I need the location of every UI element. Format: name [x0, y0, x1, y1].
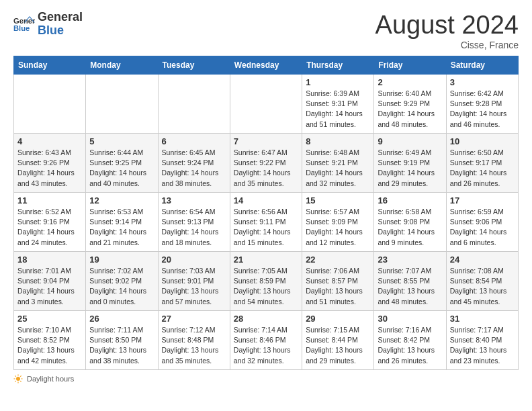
calendar-cell: 18Sunrise: 7:01 AM Sunset: 9:04 PM Dayli… [14, 252, 86, 311]
day-number: 5 [89, 136, 154, 146]
day-info: Sunrise: 7:11 AM Sunset: 8:50 PM Dayligh… [89, 325, 154, 366]
svg-line-11 [15, 381, 15, 381]
calendar-cell: 4Sunrise: 6:43 AM Sunset: 9:26 PM Daylig… [14, 134, 86, 193]
day-number: 19 [89, 255, 154, 265]
day-number: 6 [162, 136, 226, 146]
calendar-cell: 15Sunrise: 6:57 AM Sunset: 9:09 PM Dayli… [302, 193, 374, 252]
calendar-header-sunday: Sunday [14, 56, 86, 75]
day-info: Sunrise: 7:03 AM Sunset: 9:01 PM Dayligh… [162, 266, 226, 307]
day-number: 10 [450, 136, 515, 146]
day-info: Sunrise: 6:57 AM Sunset: 9:09 PM Dayligh… [306, 207, 370, 248]
day-info: Sunrise: 7:07 AM Sunset: 8:55 PM Dayligh… [378, 266, 442, 307]
day-info: Sunrise: 6:50 AM Sunset: 9:17 PM Dayligh… [450, 148, 515, 189]
day-info: Sunrise: 6:47 AM Sunset: 9:22 PM Dayligh… [234, 148, 298, 189]
day-info: Sunrise: 7:17 AM Sunset: 8:40 PM Dayligh… [450, 325, 515, 366]
day-number: 25 [17, 314, 82, 324]
calendar-cell: 29Sunrise: 7:15 AM Sunset: 8:44 PM Dayli… [302, 311, 374, 370]
day-info: Sunrise: 6:54 AM Sunset: 9:13 PM Dayligh… [162, 207, 226, 248]
calendar-cell: 31Sunrise: 7:17 AM Sunset: 8:40 PM Dayli… [446, 311, 518, 370]
logo-blue-text: Blue [38, 24, 83, 38]
calendar-header-saturday: Saturday [446, 56, 518, 75]
day-number: 30 [378, 314, 442, 324]
location-subtitle: Cisse, France [375, 40, 519, 50]
day-number: 28 [234, 314, 298, 324]
day-number: 4 [17, 136, 82, 146]
calendar-cell: 14Sunrise: 6:56 AM Sunset: 9:11 PM Dayli… [230, 193, 302, 252]
footer-note: Daylight hours [13, 374, 519, 383]
day-number: 3 [450, 77, 515, 87]
calendar-header-wednesday: Wednesday [230, 56, 302, 75]
day-info: Sunrise: 6:44 AM Sunset: 9:25 PM Dayligh… [89, 148, 154, 189]
calendar-cell: 21Sunrise: 7:05 AM Sunset: 8:59 PM Dayli… [230, 252, 302, 311]
calendar-cell: 1Sunrise: 6:39 AM Sunset: 9:31 PM Daylig… [302, 75, 374, 134]
day-number: 31 [450, 314, 515, 324]
calendar-cell: 20Sunrise: 7:03 AM Sunset: 9:01 PM Dayli… [158, 252, 230, 311]
calendar-cell: 25Sunrise: 7:10 AM Sunset: 8:52 PM Dayli… [14, 311, 86, 370]
title-block: August 2024 Cisse, France [375, 11, 519, 50]
day-info: Sunrise: 7:02 AM Sunset: 9:02 PM Dayligh… [89, 266, 154, 307]
calendar-cell [230, 75, 302, 134]
calendar-cell: 30Sunrise: 7:16 AM Sunset: 8:42 PM Dayli… [374, 311, 446, 370]
day-number: 20 [162, 255, 226, 265]
day-number: 16 [378, 195, 442, 205]
day-info: Sunrise: 7:08 AM Sunset: 8:54 PM Dayligh… [450, 266, 515, 307]
svg-text:General: General [13, 17, 35, 25]
day-number: 2 [378, 77, 442, 87]
day-number: 11 [17, 195, 82, 205]
calendar-table: SundayMondayTuesdayWednesdayThursdayFrid… [13, 56, 519, 370]
day-number: 18 [17, 255, 82, 265]
svg-line-9 [20, 381, 21, 381]
day-info: Sunrise: 7:15 AM Sunset: 8:44 PM Dayligh… [306, 325, 370, 366]
day-info: Sunrise: 6:43 AM Sunset: 9:26 PM Dayligh… [17, 148, 82, 189]
logo-general-text: General [38, 11, 83, 24]
day-number: 9 [378, 136, 442, 146]
calendar-cell: 19Sunrise: 7:02 AM Sunset: 9:02 PM Dayli… [86, 252, 158, 311]
svg-line-8 [15, 375, 15, 376]
day-number: 12 [89, 195, 154, 205]
calendar-cell: 10Sunrise: 6:50 AM Sunset: 9:17 PM Dayli… [446, 134, 518, 193]
calendar-header-tuesday: Tuesday [158, 56, 230, 75]
calendar-cell: 11Sunrise: 6:52 AM Sunset: 9:16 PM Dayli… [14, 193, 86, 252]
month-title: August 2024 [375, 11, 519, 40]
day-number: 7 [234, 136, 298, 146]
day-number: 13 [162, 195, 226, 205]
calendar-week-row: 1Sunrise: 6:39 AM Sunset: 9:31 PM Daylig… [14, 75, 519, 134]
day-info: Sunrise: 6:45 AM Sunset: 9:24 PM Dayligh… [162, 148, 226, 189]
svg-text:Blue: Blue [13, 24, 30, 32]
logo-icon: General Blue [13, 15, 35, 34]
calendar-cell: 17Sunrise: 6:59 AM Sunset: 9:06 PM Dayli… [446, 193, 518, 252]
calendar-cell: 26Sunrise: 7:11 AM Sunset: 8:50 PM Dayli… [86, 311, 158, 370]
day-number: 17 [450, 195, 515, 205]
calendar-cell: 28Sunrise: 7:14 AM Sunset: 8:46 PM Dayli… [230, 311, 302, 370]
calendar-cell: 7Sunrise: 6:47 AM Sunset: 9:22 PM Daylig… [230, 134, 302, 193]
svg-line-10 [20, 375, 21, 376]
calendar-week-row: 18Sunrise: 7:01 AM Sunset: 9:04 PM Dayli… [14, 252, 519, 311]
calendar-header-friday: Friday [374, 56, 446, 75]
calendar-cell: 22Sunrise: 7:06 AM Sunset: 8:57 PM Dayli… [302, 252, 374, 311]
day-number: 26 [89, 314, 154, 324]
day-info: Sunrise: 6:48 AM Sunset: 9:21 PM Dayligh… [306, 148, 370, 189]
calendar-week-row: 4Sunrise: 6:43 AM Sunset: 9:26 PM Daylig… [14, 134, 519, 193]
day-info: Sunrise: 6:52 AM Sunset: 9:16 PM Dayligh… [17, 207, 82, 248]
calendar-cell: 6Sunrise: 6:45 AM Sunset: 9:24 PM Daylig… [158, 134, 230, 193]
calendar-week-row: 11Sunrise: 6:52 AM Sunset: 9:16 PM Dayli… [14, 193, 519, 252]
day-info: Sunrise: 7:10 AM Sunset: 8:52 PM Dayligh… [17, 325, 82, 366]
calendar-header-row: SundayMondayTuesdayWednesdayThursdayFrid… [14, 56, 519, 75]
sun-icon [13, 374, 23, 383]
day-number: 21 [234, 255, 298, 265]
calendar-cell [14, 75, 86, 134]
calendar-cell: 5Sunrise: 6:44 AM Sunset: 9:25 PM Daylig… [86, 134, 158, 193]
day-info: Sunrise: 7:12 AM Sunset: 8:48 PM Dayligh… [162, 325, 226, 366]
day-number: 14 [234, 195, 298, 205]
daylight-label: Daylight hours [27, 375, 74, 383]
day-info: Sunrise: 7:05 AM Sunset: 8:59 PM Dayligh… [234, 266, 298, 307]
day-info: Sunrise: 7:16 AM Sunset: 8:42 PM Dayligh… [378, 325, 442, 366]
calendar-cell: 16Sunrise: 6:58 AM Sunset: 9:08 PM Dayli… [374, 193, 446, 252]
day-info: Sunrise: 6:39 AM Sunset: 9:31 PM Dayligh… [306, 89, 370, 130]
day-number: 1 [306, 77, 370, 87]
day-number: 22 [306, 255, 370, 265]
day-info: Sunrise: 7:06 AM Sunset: 8:57 PM Dayligh… [306, 266, 370, 307]
calendar-cell: 13Sunrise: 6:54 AM Sunset: 9:13 PM Dayli… [158, 193, 230, 252]
calendar-cell: 27Sunrise: 7:12 AM Sunset: 8:48 PM Dayli… [158, 311, 230, 370]
day-number: 29 [306, 314, 370, 324]
